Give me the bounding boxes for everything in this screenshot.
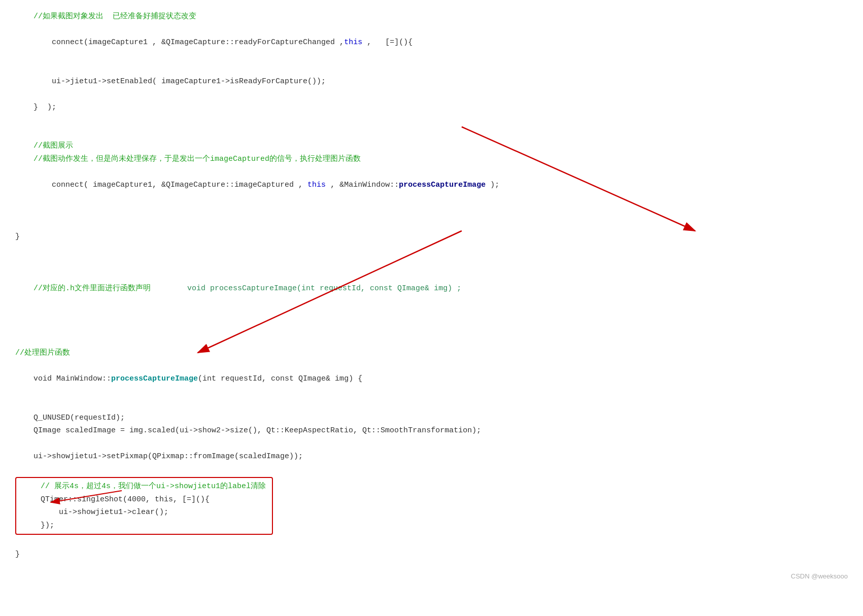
- hl-line-4: });: [22, 519, 266, 532]
- code-blank15: [15, 535, 848, 548]
- code-line-blank1: [15, 62, 848, 75]
- code-blank14: [15, 463, 848, 476]
- code-blank5: [15, 204, 848, 218]
- code-area: //如果截图对象发出 已经准备好捕捉状态改变 connect(imageCapt…: [0, 0, 863, 591]
- code-annotation: //对应的.h文件里面进行函数声明 void processCaptureIma…: [15, 269, 848, 308]
- code-blank4: [15, 127, 848, 140]
- code-line-6: } );: [15, 101, 848, 114]
- code-line-21: //处理图片函数: [15, 347, 848, 360]
- code-blank3: [15, 114, 848, 127]
- code-line-14: }: [15, 230, 848, 244]
- code-line-4: ui->jietu1->setEnabled( imageCapture1->i…: [15, 75, 848, 88]
- code-blank13: [15, 437, 848, 451]
- watermark: CSDN @weeksooo: [791, 571, 848, 582]
- code-blank8: [15, 256, 848, 269]
- code-line-27: ui->showjietu1->setPixmap(QPixmap::fromI…: [15, 450, 848, 463]
- code-line-10: //截图动作发生，但是尚未处理保存，于是发出一个imageCaptured的信号…: [15, 153, 848, 166]
- code-blank11: [15, 334, 848, 347]
- code-line-2: connect(imageCapture1 , &QImageCapture::…: [15, 23, 848, 62]
- code-blank7: [15, 243, 848, 256]
- code-line-22: void MainWindow::processCaptureImage(int…: [15, 360, 848, 399]
- hl-line-1: // 展示4s，超过4s，我们做一个ui->showjietu1的label清除: [22, 480, 266, 493]
- code-blank12: [15, 398, 848, 412]
- code-line-11: connect( imageCapture1, &QImageCapture::…: [15, 165, 848, 204]
- code-line-9: //截图展示: [15, 140, 848, 153]
- code-line-25: QImage scaledImage = img.scaled(ui->show…: [15, 424, 848, 437]
- hl-line-3: ui->showjietu1->clear();: [22, 506, 266, 519]
- highlight-block: // 展示4s，超过4s，我们做一个ui->showjietu1的label清除…: [15, 477, 273, 535]
- code-line-last: }: [15, 548, 848, 561]
- code-blank9: [15, 308, 848, 321]
- code-blank10: [15, 321, 848, 334]
- code-blank6: [15, 217, 848, 230]
- hl-line-2: QTimer::singleShot(4000, this, [=](){: [22, 493, 266, 506]
- code-line-24: Q_UNUSED(requestId);: [15, 412, 848, 425]
- code-line-1: //如果截图对象发出 已经准备好捕捉状态改变: [15, 10, 848, 23]
- code-line-blank2: [15, 88, 848, 101]
